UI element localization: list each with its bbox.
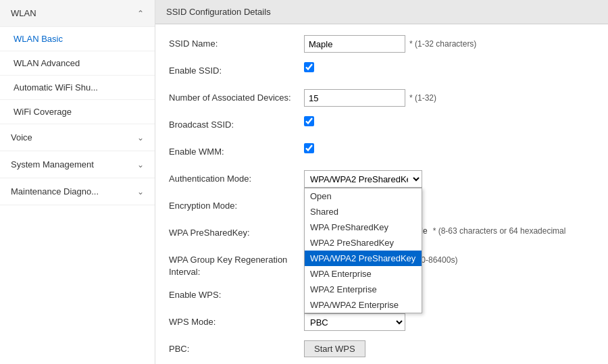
auth-mode-controls: WPA/WPA2 PreSharedKe ▼ Open Shared WPA P… — [304, 170, 594, 188]
wpa-group-key-label: WPA Group Key Regeneration Interval: — [169, 251, 304, 278]
pbc-row: PBC: Start WPS — [169, 340, 594, 359]
sidebar-wlan-label: WLAN — [11, 8, 36, 18]
enable-wmm-row: Enable WMM: — [169, 143, 594, 162]
enable-ssid-checkbox[interactable] — [304, 62, 314, 72]
ssid-name-row: SSID Name: * (1-32 characters) — [169, 35, 594, 54]
sidebar-system-label: System Management — [11, 159, 94, 170]
chevron-down-icon-system: ⌄ — [137, 160, 144, 170]
num-devices-hint: * (1-32) — [409, 93, 436, 103]
main-content: SSID Configuration Details SSID Name: * … — [155, 0, 608, 364]
enable-ssid-label: Enable SSID: — [169, 62, 304, 77]
wps-mode-select[interactable]: PBC PIN — [304, 313, 405, 331]
broadcast-ssid-row: Broadcast SSID: — [169, 116, 594, 135]
dropdown-option-shared[interactable]: Shared — [305, 204, 422, 219]
ssid-name-hint: * (1-32 characters) — [409, 39, 476, 49]
enable-wmm-label: Enable WMM: — [169, 143, 304, 158]
wps-mode-row: WPS Mode: PBC PIN — [169, 313, 594, 332]
auth-mode-dropdown-container: WPA/WPA2 PreSharedKe ▼ Open Shared WPA P… — [304, 170, 422, 188]
auth-mode-select[interactable]: WPA/WPA2 PreSharedKe ▼ — [304, 170, 422, 188]
encryption-mode-label: Encryption Mode: — [169, 197, 304, 212]
auth-mode-dropdown-list: Open Shared WPA PreSharedKey WPA2 PreSha… — [304, 188, 422, 313]
dropdown-option-wpa-wpa2-psk[interactable]: WPA/WPA2 PreSharedKey — [305, 251, 422, 266]
enable-wps-label: Enable WPS: — [169, 286, 304, 301]
ssid-name-input[interactable] — [304, 35, 405, 53]
chevron-down-icon-maint: ⌄ — [137, 187, 144, 197]
num-devices-label: Number of Associated Devices: — [169, 89, 304, 104]
broadcast-ssid-checkbox[interactable] — [304, 116, 314, 126]
ssid-name-controls: * (1-32 characters) — [304, 35, 594, 53]
broadcast-ssid-label: Broadcast SSID: — [169, 116, 304, 131]
wpa-key-label: WPA PreSharedKey: — [169, 224, 304, 239]
dropdown-option-wpa-ent[interactable]: WPA Enterprise — [305, 266, 422, 282]
num-devices-row: Number of Associated Devices: * (1-32) — [169, 89, 594, 108]
wps-mode-label: WPS Mode: — [169, 313, 304, 328]
chevron-down-icon-voice: ⌄ — [137, 133, 144, 142]
enable-wmm-checkbox[interactable] — [304, 143, 314, 153]
sidebar-maintenance-label: Maintenance Diagno... — [11, 186, 99, 197]
wps-mode-controls: PBC PIN — [304, 313, 594, 331]
start-wps-button[interactable]: Start WPS — [304, 340, 365, 357]
sidebar: WLAN ⌃ WLAN Basic WLAN Advanced Automati… — [0, 0, 155, 364]
num-devices-controls: * (1-32) — [304, 89, 594, 107]
sidebar-section-maintenance[interactable]: Maintenance Diagno... ⌄ — [0, 178, 155, 205]
sidebar-item-wlan-basic[interactable]: WLAN Basic — [0, 27, 155, 51]
chevron-up-icon: ⌃ — [137, 9, 144, 18]
enable-ssid-controls — [304, 62, 594, 72]
form-area: SSID Name: * (1-32 characters) Enable SS… — [155, 24, 608, 364]
sidebar-item-auto-wifi[interactable]: Automatic WiFi Shu... — [0, 76, 155, 100]
ssid-name-label: SSID Name: — [169, 35, 304, 50]
enable-wmm-controls — [304, 143, 594, 153]
sidebar-item-wlan-advanced[interactable]: WLAN Advanced — [0, 51, 155, 76]
wpa-key-hint: * (8-63 characters or 64 hexadecimal — [433, 226, 566, 236]
broadcast-ssid-controls — [304, 116, 594, 126]
pbc-label: PBC: — [169, 340, 304, 355]
dropdown-option-wpa2-ent[interactable]: WPA2 Enterprise — [305, 282, 422, 297]
dropdown-option-wpa-wpa2-ent[interactable]: WPA/WPA2 Enterprise — [305, 297, 422, 313]
num-devices-input[interactable] — [304, 89, 405, 107]
sidebar-item-wifi-coverage[interactable]: WiFi Coverage — [0, 100, 155, 124]
auth-mode-row: Authentication Mode: WPA/WPA2 PreSharedK… — [169, 170, 594, 189]
pbc-controls: Start WPS — [304, 340, 594, 357]
section-title: SSID Configuration Details — [155, 0, 608, 24]
sidebar-section-system[interactable]: System Management ⌄ — [0, 151, 155, 178]
sidebar-section-voice[interactable]: Voice ⌄ — [0, 124, 155, 151]
sidebar-section-wlan[interactable]: WLAN ⌃ — [0, 0, 155, 27]
dropdown-option-wpa2-psk[interactable]: WPA2 PreSharedKey — [305, 235, 422, 251]
sidebar-voice-label: Voice — [11, 132, 32, 142]
enable-ssid-row: Enable SSID: — [169, 62, 594, 81]
dropdown-option-open[interactable]: Open — [305, 188, 422, 204]
auth-mode-label: Authentication Mode: — [169, 170, 304, 185]
dropdown-option-wpa-psk[interactable]: WPA PreSharedKey — [305, 219, 422, 235]
